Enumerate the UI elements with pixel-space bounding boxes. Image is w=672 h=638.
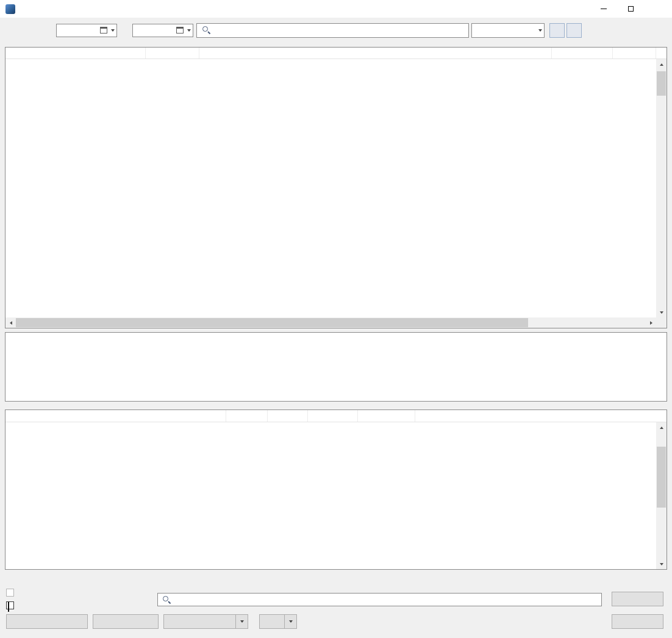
view-dropdown[interactable] [284, 615, 296, 628]
help-button[interactable] [612, 592, 663, 606]
column-header-graph[interactable] [5, 48, 146, 58]
column-header-path[interactable] [5, 410, 226, 422]
scroll-left-button[interactable] [5, 317, 16, 328]
from-date-picker[interactable] [56, 24, 117, 37]
toolbar [0, 18, 672, 43]
all-branches-checkbox[interactable] [6, 601, 17, 609]
up-arrow-icon [660, 427, 663, 429]
checkbox-checked-icon [6, 601, 14, 609]
filter-paths-input[interactable] [157, 593, 602, 606]
scroll-down-button[interactable] [656, 307, 667, 317]
calendar-icon [100, 27, 107, 34]
from-date-dropdown[interactable] [109, 24, 116, 37]
scroll-up-button[interactable] [656, 422, 667, 433]
log-vertical-scrollbar[interactable] [656, 59, 667, 317]
view-button-label [260, 615, 284, 628]
left-arrow-icon [10, 321, 12, 325]
down-arrow-icon [660, 563, 663, 565]
filter-mode-combobox[interactable] [471, 23, 545, 38]
walk-behavior-button[interactable] [163, 614, 248, 629]
column-header-message[interactable] [199, 48, 552, 58]
log-filter-input[interactable] [196, 23, 469, 38]
walk-behavior-label [164, 615, 235, 628]
app-icon [5, 4, 15, 14]
status-bar [0, 572, 672, 586]
scroll-up-button[interactable] [656, 59, 667, 69]
ok-button[interactable] [612, 614, 663, 629]
column-header-actions[interactable] [146, 48, 199, 58]
search-icon [162, 595, 171, 604]
minimize-button[interactable] [590, 0, 617, 18]
scrollbar-thumb[interactable] [16, 318, 528, 327]
filter-mode-dropdown[interactable] [536, 24, 544, 37]
column-header-status[interactable] [268, 410, 308, 422]
calendar-icon [176, 27, 184, 34]
scrollbar-thumb[interactable] [657, 447, 666, 508]
view-button[interactable] [259, 614, 297, 629]
column-header-filler [415, 410, 667, 422]
changed-files-pane [5, 409, 667, 570]
navigate-down-button[interactable] [567, 23, 582, 38]
down-arrow-icon [660, 311, 663, 314]
right-arrow-icon [650, 321, 652, 325]
column-header-filler [656, 48, 667, 58]
search-icon [202, 26, 211, 35]
chevron-down-icon [187, 29, 191, 32]
scrollbar-corner [656, 317, 667, 328]
refresh-button[interactable] [6, 614, 88, 629]
chevron-down-icon [240, 620, 244, 623]
chevron-down-icon [289, 620, 293, 623]
column-header-extension[interactable] [226, 410, 268, 422]
column-header-date[interactable] [613, 48, 656, 58]
scroll-right-button[interactable] [646, 317, 656, 328]
chevron-down-icon [538, 29, 542, 32]
chevron-down-icon [111, 29, 115, 32]
show-whole-project-checkbox [6, 589, 17, 597]
close-button[interactable] [645, 0, 672, 18]
titlebar[interactable] [0, 0, 672, 18]
maximize-button[interactable] [617, 0, 645, 18]
scroll-down-button[interactable] [656, 559, 667, 569]
window-controls [590, 0, 672, 18]
files-column-headers [5, 410, 667, 422]
statistics-button[interactable] [93, 614, 159, 629]
walk-behavior-dropdown[interactable] [235, 615, 248, 628]
log-body [5, 59, 667, 328]
maximize-icon [628, 6, 634, 12]
column-header-lines-added[interactable] [308, 410, 358, 422]
up-arrow-icon [660, 63, 663, 66]
commit-details-pane[interactable] [5, 332, 667, 402]
checkbox-icon [6, 589, 14, 597]
column-header-lines-removed[interactable] [358, 410, 415, 422]
log-horizontal-scrollbar[interactable] [5, 317, 656, 328]
minimize-icon [601, 9, 607, 9]
to-date-picker[interactable] [132, 24, 193, 37]
files-vertical-scrollbar[interactable] [656, 422, 667, 569]
navigate-up-button[interactable] [549, 23, 565, 38]
log-column-headers [5, 48, 667, 59]
column-header-author[interactable] [552, 48, 613, 58]
commit-log-pane [5, 47, 667, 328]
to-date-dropdown[interactable] [185, 24, 193, 37]
scrollbar-thumb[interactable] [657, 71, 666, 96]
